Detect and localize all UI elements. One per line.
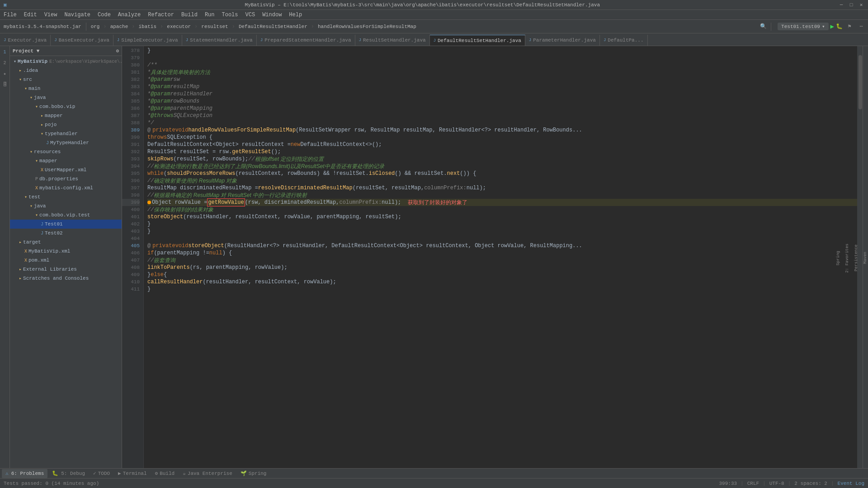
tree-java[interactable]: ▾ java (10, 93, 122, 102)
tree-scratches-consoles[interactable]: ▸ Scratches and Consoles (10, 274, 122, 283)
menu-vcs[interactable]: VCS (242, 11, 259, 19)
line-endings[interactable]: CRLF (747, 481, 759, 486)
tab-baseexecutor[interactable]: JBaseExecutor.java (51, 35, 113, 46)
breadcrumb-apache[interactable]: apache (108, 24, 130, 29)
menu-navigate[interactable]: Navigate (61, 11, 94, 19)
favorites-panel-toggle[interactable]: ★ (1, 70, 9, 78)
code-line-400: // 保存映射得到的结果对象 (147, 206, 859, 213)
menu-refactor[interactable]: Refactor (144, 11, 178, 19)
problems-label: 6: Problems (11, 471, 44, 476)
java-file-icon: J (41, 222, 43, 227)
tab-statementhandler[interactable]: JStatementHandler.java (182, 35, 257, 46)
java-enterprise-tab[interactable]: ☕ Java Enterprise (179, 469, 236, 478)
tab-simpleexecutor[interactable]: JSimpleExecutor.java (113, 35, 182, 46)
debug-tab[interactable]: 🐛 5: Debug (48, 469, 89, 478)
tree-test01[interactable]: J Test01 (10, 220, 122, 229)
tree-pom[interactable]: X pom.xml (10, 256, 122, 265)
tree-main[interactable]: ▾ main (10, 84, 122, 93)
tree-res-mapper-label: mapper (39, 158, 57, 164)
tree-res-mapper[interactable]: ▾ mapper (10, 156, 122, 165)
maven-panel-toggle[interactable]: Maven (863, 250, 868, 266)
tree-com-bobo-test[interactable]: ▾ com.bobo.vip.test (10, 211, 122, 220)
tree-root[interactable]: ▾ MyBatisVip E:\workspace\VipWorkSpace\.… (10, 57, 122, 66)
menu-build[interactable]: Build (178, 11, 201, 19)
code-scroll[interactable]: 378 379 380 381 382 383 384 385 386 387 … (122, 46, 863, 468)
spring-tab[interactable]: 🌱 Spring (237, 469, 270, 478)
tree-target[interactable]: ▸ target (10, 238, 122, 247)
tab-defaultresultsethandler[interactable]: JDefaultResultSetHandler.java (430, 35, 525, 46)
breadcrumb-ibatis[interactable]: ibatis (137, 24, 158, 29)
breadcrumb-method[interactable]: handleRowValuesForSimpleResultMap (316, 24, 418, 29)
persistence-panel-toggle[interactable]: 🗄 (1, 80, 9, 89)
tests-passed-status: Tests passed: 0 (14 minutes ago) (4, 481, 99, 486)
more-run-button[interactable]: ⋯ (856, 22, 866, 32)
tab-preparedstatementhandler[interactable]: JPreparedStatementHandler.java (257, 35, 355, 46)
cursor-position[interactable]: 399:33 (719, 481, 737, 486)
tree-src[interactable]: ▾ src (10, 75, 122, 84)
tree-db-properties[interactable]: P db.properties (10, 174, 122, 183)
menu-analyze[interactable]: Analyze (114, 11, 144, 19)
search-button[interactable]: 🔍 (758, 22, 768, 32)
structure-panel-toggle[interactable]: 2 (1, 59, 9, 67)
menu-view[interactable]: View (41, 11, 61, 19)
tree-com-bobo-vip[interactable]: ▾ com.bobo.vip (10, 102, 122, 111)
project-panel-header[interactable]: Project ▼ ⚙ (10, 46, 122, 56)
tree-usermapper[interactable]: X UserMapper.xml (10, 165, 122, 174)
todo-tab[interactable]: ✓ TODO (90, 469, 113, 478)
breadcrumb-executor[interactable]: executor (165, 24, 193, 29)
build-tab[interactable]: ⚙ Build (151, 469, 179, 478)
menu-file[interactable]: File (0, 11, 20, 19)
terminal-tab[interactable]: ▶ Terminal (114, 469, 150, 478)
folder-icon: ▸ (41, 113, 43, 118)
run-config-name: Test01.test09 (781, 24, 820, 29)
encoding-status[interactable]: UTF-8 (769, 481, 784, 486)
tree-typehandler[interactable]: ▾ typehandler (10, 129, 122, 138)
spring-panel-toggle[interactable]: Spring (835, 249, 841, 267)
code-editor[interactable]: } /** * 具体处理简单映射的方法 * @param rsw (144, 46, 863, 468)
app-icon: ▣ (4, 2, 7, 8)
favorites-panel-toggle-right[interactable]: 2: Favorites (844, 242, 850, 275)
menu-code[interactable]: Code (94, 11, 114, 19)
coverage-button[interactable]: ⚑ (844, 22, 854, 32)
tree-db-props-label: db.properties (39, 176, 78, 182)
tree-test-java[interactable]: ▾ java (10, 202, 122, 211)
breadcrumb-resultset[interactable]: resultset (199, 24, 230, 29)
tab-defaultpa[interactable]: JDefaultPa... (600, 35, 648, 46)
menu-tools[interactable]: Tools (218, 11, 242, 19)
breadcrumb-class[interactable]: DefaultResultSetHandler (237, 24, 309, 29)
tab-executor[interactable]: JExecutor.java (0, 35, 51, 46)
run-config-selector[interactable]: Test01.test09 ▾ (778, 23, 828, 30)
tree-idea[interactable]: ▸ .idea (10, 66, 122, 75)
breadcrumb-org[interactable]: org (89, 24, 102, 29)
project-label: Project ▼ (13, 48, 39, 54)
tab-parameterhandler[interactable]: JParameterHandler.java (525, 35, 600, 46)
event-log-link[interactable]: Event Log (838, 481, 864, 486)
tree-resources[interactable]: ▾ resources (10, 147, 122, 156)
tree-test02[interactable]: J Test02 (10, 229, 122, 238)
indent-status[interactable]: 2 spaces: 2 (794, 481, 827, 486)
code-line-379 (147, 54, 859, 61)
maximize-button[interactable]: □ (848, 2, 854, 8)
tree-pojo[interactable]: ▸ pojo (10, 120, 122, 129)
tree-mybatis-config[interactable]: X mybatis-config.xml (10, 183, 122, 192)
menu-window[interactable]: Window (259, 11, 285, 19)
debug-button[interactable]: 🐛 (836, 23, 843, 30)
tab-resultsethandler[interactable]: JResultSetHandler.java (355, 35, 430, 46)
gear-icon[interactable]: ⚙ (116, 48, 119, 54)
run-button[interactable]: ▶ (830, 23, 834, 30)
project-panel-toggle[interactable]: 1 (1, 48, 9, 56)
menu-edit[interactable]: Edit (20, 11, 41, 19)
status-right: 399:33 | CRLF | UTF-8 | 2 spaces: 2 | Ev… (719, 481, 864, 486)
tree-mybatisvip-xml[interactable]: X MyBatisVip.xml (10, 247, 122, 256)
problems-tab[interactable]: ⚠ 6: Problems (2, 469, 47, 478)
scrollbar-thumb[interactable] (859, 55, 862, 109)
tree-external-libraries[interactable]: ▸ External Libraries (10, 265, 122, 274)
tree-mapper[interactable]: ▸ mapper (10, 111, 122, 120)
persistence-panel-toggle[interactable]: Persistence (854, 243, 859, 273)
tree-test[interactable]: ▾ test (10, 192, 122, 202)
menu-run[interactable]: Run (201, 11, 218, 19)
tree-mytypehandler[interactable]: J MyTypeHandler (10, 138, 122, 147)
close-button[interactable]: ✕ (858, 2, 864, 8)
menu-help[interactable]: Help (285, 11, 306, 19)
minimize-button[interactable]: ─ (838, 2, 844, 8)
